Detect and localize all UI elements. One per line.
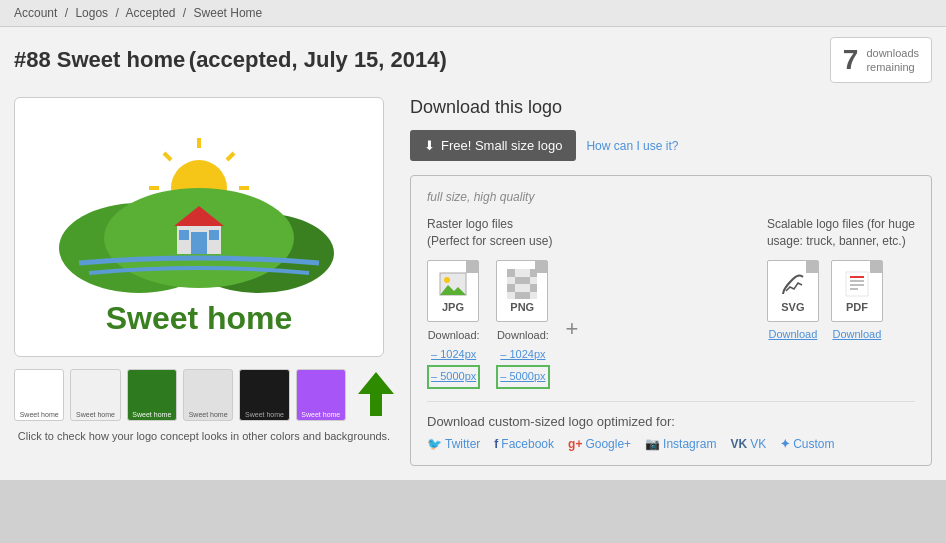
click-hint: Click to check how your logo concept loo… — [14, 429, 394, 444]
vector-label: Scalable logo files (for hugeusage: truc… — [767, 216, 915, 250]
vk-link[interactable]: VK VK — [730, 437, 766, 451]
instagram-label: Instagram — [663, 437, 716, 451]
downloads-label: downloadsremaining — [866, 46, 919, 75]
png-icon: PNG — [496, 260, 548, 322]
vector-icons-row: SVG Download — [767, 260, 915, 341]
custom-label: Custom — [793, 437, 834, 451]
instagram-icon: 📷 — [645, 437, 660, 451]
pdf-download-link[interactable]: Download — [832, 328, 881, 340]
logo-preview: Sweet home — [14, 97, 384, 357]
svg-rect-30 — [522, 277, 530, 284]
twitter-label: Twitter — [445, 437, 480, 451]
png-corner — [535, 261, 547, 273]
png-5000-link[interactable]: – 5000px — [496, 365, 549, 389]
svg-image-icon — [778, 269, 808, 299]
svg-block: SVG Download — [767, 260, 819, 341]
svg-rect-25 — [515, 269, 522, 277]
google-icon: g+ — [568, 437, 582, 451]
svg-marker-16 — [358, 372, 394, 416]
png-1024-link[interactable]: – 1024px — [500, 348, 545, 360]
breadcrumb-sweethome[interactable]: Sweet Home — [194, 6, 263, 20]
left-panel: Sweet home Sweet home Sweet home Sweet h… — [14, 97, 394, 466]
page-title: #88 Sweet home — [14, 47, 185, 72]
google-label: Google+ — [585, 437, 631, 451]
logo-image: Sweet home — [49, 118, 349, 337]
swatch-dark[interactable]: Sweet home — [239, 369, 289, 421]
pdf-corner — [870, 261, 882, 273]
jpg-1024-link[interactable]: – 1024px — [431, 348, 476, 360]
twitter-link[interactable]: 🐦 Twitter — [427, 437, 480, 451]
svg-rect-29 — [515, 277, 522, 284]
fullsize-title: full size, high quality — [427, 190, 915, 204]
svg-ext-label: SVG — [781, 301, 804, 313]
divider — [427, 401, 915, 402]
custom-icon: ✦ — [780, 437, 790, 451]
png-download-links: Download: – 1024px – 5000px — [496, 326, 549, 389]
social-row: 🐦 Twitter f Facebook g+ Google+ 📷 Instag… — [427, 437, 915, 451]
raster-label: Raster logo files(Perfect for screen use… — [427, 216, 747, 250]
breadcrumb-logos[interactable]: Logos — [75, 6, 108, 20]
svg-rect-26 — [522, 269, 530, 277]
swatch-green[interactable]: Sweet home — [127, 369, 177, 421]
page-header: #88 Sweet home (accepted, July 15, 2014)… — [14, 37, 932, 83]
breadcrumb-sep-1: / — [65, 6, 68, 20]
free-button-label: Free! Small size logo — [441, 138, 562, 153]
svg-rect-33 — [515, 284, 522, 292]
main-container: #88 Sweet home (accepted, July 15, 2014)… — [0, 27, 946, 480]
svg-rect-35 — [530, 284, 537, 292]
swatches-row: Sweet home Sweet home Sweet home Sweet h… — [14, 369, 394, 421]
pdf-ext-label: PDF — [846, 301, 868, 313]
swatch-purple[interactable]: Sweet home — [296, 369, 346, 421]
svg-rect-15 — [209, 230, 219, 240]
facebook-link[interactable]: f Facebook — [494, 437, 554, 451]
vk-icon: VK — [730, 437, 747, 451]
svg-rect-28 — [507, 277, 515, 284]
swatch-lightgray[interactable]: Sweet home — [70, 369, 120, 421]
svg-point-18 — [444, 277, 450, 283]
svg-corner — [806, 261, 818, 273]
jpg-download-links: Download: – 1024px – 5000px — [427, 326, 480, 389]
google-link[interactable]: g+ Google+ — [568, 437, 631, 451]
page-subtitle: (accepted, July 15, 2014) — [189, 47, 447, 72]
vector-section: Scalable logo files (for hugeusage: truc… — [767, 216, 915, 341]
logo-text: Sweet home — [106, 300, 293, 337]
breadcrumb: Account / Logos / Accepted / Sweet Home — [0, 0, 946, 27]
jpg-icon: JPG — [427, 260, 479, 322]
content-area: Sweet home Sweet home Sweet home Sweet h… — [14, 97, 932, 466]
swatch-gray[interactable]: Sweet home — [183, 369, 233, 421]
plus-sign: + — [566, 316, 579, 342]
breadcrumb-sep-2: / — [115, 6, 118, 20]
download-icon: ⬇ — [424, 138, 435, 153]
breadcrumb-account[interactable]: Account — [14, 6, 57, 20]
png-image-icon — [507, 269, 537, 299]
breadcrumb-accepted[interactable]: Accepted — [125, 6, 175, 20]
jpg-corner — [466, 261, 478, 273]
custom-download-label: Download custom-sized logo optimized for… — [427, 414, 915, 429]
swatch-white[interactable]: Sweet home — [14, 369, 64, 421]
how-can-i-use-link[interactable]: How can I use it? — [586, 139, 678, 153]
file-types-row: Raster logo files(Perfect for screen use… — [427, 216, 915, 389]
custom-link[interactable]: ✦ Custom — [780, 437, 834, 451]
right-panel: Download this logo ⬇ Free! Small size lo… — [410, 97, 932, 466]
free-download-button[interactable]: ⬇ Free! Small size logo — [410, 130, 576, 161]
svg-download-link[interactable]: Download — [768, 328, 817, 340]
facebook-icon: f — [494, 437, 498, 451]
jpg-5000-link[interactable]: – 5000px — [427, 365, 480, 389]
svg-rect-38 — [522, 292, 530, 299]
downloads-count: 7 — [843, 44, 859, 76]
jpg-image-icon — [438, 269, 468, 299]
svg-rect-32 — [507, 284, 515, 292]
green-arrow-indicator — [358, 372, 394, 419]
svg-icon: SVG — [767, 260, 819, 322]
pdf-icon: PDF — [831, 260, 883, 322]
png-block: PNG Download: – 1024px – 5000px — [496, 260, 549, 389]
jpg-ext-label: JPG — [442, 301, 464, 313]
svg-rect-14 — [179, 230, 189, 240]
svg-line-5 — [164, 153, 171, 160]
instagram-link[interactable]: 📷 Instagram — [645, 437, 716, 451]
svg-rect-13 — [191, 232, 207, 254]
svg-rect-24 — [507, 269, 515, 277]
svg-rect-31 — [530, 277, 537, 284]
download-section-title: Download this logo — [410, 97, 932, 118]
vk-label: VK — [750, 437, 766, 451]
